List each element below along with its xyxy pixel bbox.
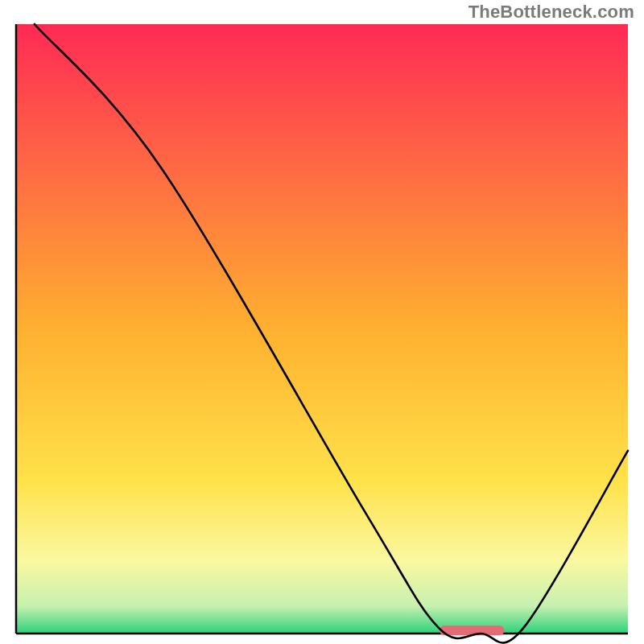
watermark: TheBottleneck.com [469, 2, 634, 23]
bottleneck-chart [0, 0, 644, 644]
plot-background [16, 24, 628, 634]
chart-stage: TheBottleneck.com [0, 0, 644, 644]
